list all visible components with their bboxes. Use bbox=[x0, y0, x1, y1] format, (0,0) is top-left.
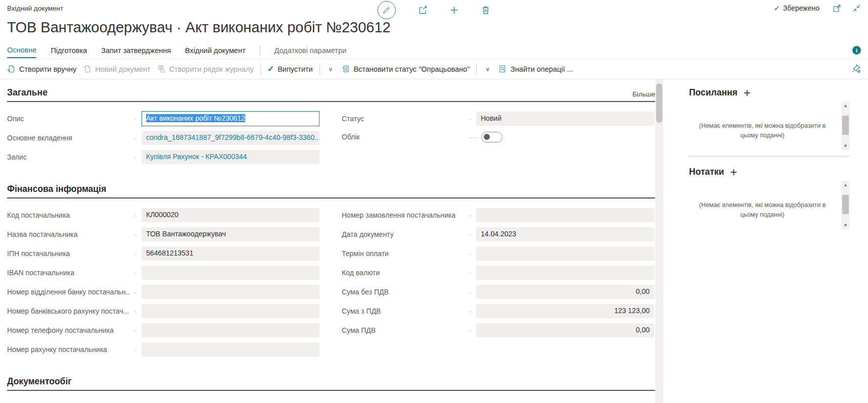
action-bar: Створити вручну Новий документ Створити … bbox=[0, 59, 868, 79]
scrollbar-thumb[interactable] bbox=[656, 83, 662, 123]
record-link[interactable]: Купівля Рахунок - КРАХ000344 bbox=[142, 150, 319, 164]
dotted-leader bbox=[469, 292, 471, 293]
open-in-new-window-icon[interactable] bbox=[833, 4, 841, 13]
find-entries-button[interactable]: Знайти операції ... bbox=[498, 65, 573, 73]
info-icon[interactable]: i bbox=[852, 46, 861, 55]
posting-toggle[interactable] bbox=[481, 132, 502, 142]
vendor-vat-value[interactable]: 564681213531 bbox=[142, 246, 319, 261]
tab-preparation[interactable]: Підготовка bbox=[51, 43, 87, 58]
vendor-code-value[interactable]: КЛ000020 bbox=[142, 208, 319, 222]
dotted-leader bbox=[134, 292, 136, 293]
due-date-value[interactable] bbox=[476, 246, 654, 261]
field-amount-excl-vat: Сума без ПДВ 0,00 bbox=[342, 282, 654, 301]
section-finance: Фінансова інформація Код постачальника К… bbox=[7, 184, 655, 359]
dotted-leader bbox=[469, 273, 471, 274]
field-posting-toggle: Облік bbox=[342, 128, 654, 145]
unpin-actionbar-icon[interactable] bbox=[851, 64, 861, 75]
tab-bar: Основне Підготовка Запит затвердження Вх… bbox=[0, 42, 868, 59]
set-status-dropdown-chevron-icon[interactable]: ∨ bbox=[483, 66, 492, 73]
scroll-up-icon[interactable]: ▲ bbox=[843, 102, 848, 110]
saved-label: Збережено bbox=[783, 4, 819, 12]
scrollbar-thumb[interactable] bbox=[842, 195, 849, 214]
status-value: Новий bbox=[476, 112, 654, 126]
tab-approval-request[interactable]: Запит затвердження bbox=[101, 43, 171, 58]
page-actions: + bbox=[377, 1, 490, 19]
set-status-icon bbox=[341, 65, 350, 73]
scroll-down-icon[interactable]: ▼ bbox=[843, 142, 848, 150]
field-vendor-phone: Номер телефону постачальника bbox=[7, 321, 319, 340]
actionbar-divider bbox=[476, 64, 477, 75]
dotted-leader bbox=[134, 158, 136, 158]
field-status: Статус Новий bbox=[342, 109, 654, 128]
top-bar: Вхідний документ + ✓ Збережено bbox=[0, 0, 868, 16]
dotted-leader bbox=[134, 331, 136, 331]
add-link-icon[interactable]: + bbox=[744, 88, 751, 97]
share-icon[interactable] bbox=[418, 5, 428, 15]
amount-excl-vat-value[interactable]: 0,00 bbox=[476, 285, 654, 299]
scroll-down-icon[interactable]: ▼ bbox=[843, 221, 848, 229]
release-dropdown-chevron-icon[interactable]: ∨ bbox=[327, 66, 335, 73]
dotted-leader bbox=[469, 312, 471, 312]
vendor-order-no-value[interactable] bbox=[476, 208, 654, 222]
main-panel: Загальне Більше Опис Акт виконаних робіт… bbox=[0, 79, 655, 403]
vendor-account-no-value[interactable] bbox=[142, 342, 319, 357]
field-vendor-code: Код постачальника КЛ000020 bbox=[7, 206, 319, 225]
create-manually-icon bbox=[7, 65, 16, 73]
release-button[interactable]: ✓ Випустити bbox=[267, 64, 313, 74]
dotted-leader bbox=[469, 119, 471, 120]
links-empty-message: (Немає елементів, які можна відобразити … bbox=[689, 121, 836, 141]
tab-incoming-document[interactable]: Вхідний документ bbox=[185, 43, 245, 58]
tab-general[interactable]: Основне bbox=[7, 42, 36, 58]
field-vendor-vat: ІПН постачальника 564681213531 bbox=[7, 244, 319, 263]
edit-pencil-icon[interactable] bbox=[377, 1, 395, 19]
vendor-bank-account-value[interactable] bbox=[142, 304, 319, 318]
dotted-leader bbox=[469, 235, 471, 235]
dotted-leader bbox=[134, 216, 136, 216]
links-factbox: Посилання + (Немає елементів, які можна … bbox=[689, 87, 850, 147]
field-record: Запис Купівля Рахунок - КРАХ000344 bbox=[7, 147, 319, 167]
set-status-button[interactable]: Встановити статус "Опрацьовано" bbox=[341, 65, 470, 73]
new-document-button[interactable]: Новий документ bbox=[83, 65, 150, 73]
create-manually-button[interactable]: Створити вручну bbox=[7, 65, 76, 73]
delete-trash-icon[interactable] bbox=[481, 5, 491, 15]
dotted-leader bbox=[469, 254, 471, 255]
description-input[interactable]: Акт виконаних робіт №230612 bbox=[142, 111, 319, 126]
collapse-view-icon[interactable] bbox=[852, 4, 861, 13]
notes-scrollbar[interactable]: ▲ ▼ bbox=[841, 181, 850, 229]
add-note-icon[interactable]: + bbox=[730, 168, 737, 177]
currency-code-value[interactable] bbox=[476, 266, 654, 280]
vendor-bank-branch-value[interactable] bbox=[142, 285, 319, 299]
notes-factbox: Нотатки + (Немає елементів, які можна ві… bbox=[689, 167, 850, 226]
notes-title: Нотатки bbox=[689, 167, 724, 177]
field-amount-incl-vat: Сума з ПДВ 123 123,00 bbox=[342, 301, 654, 321]
document-date-value[interactable]: 14.04.2023 bbox=[476, 227, 654, 241]
links-scrollbar[interactable]: ▲ ▼ bbox=[841, 102, 850, 150]
field-main-attachment: Основне вкладення condra_1687341887_9f72… bbox=[7, 128, 319, 147]
vendor-phone-value[interactable] bbox=[142, 323, 319, 337]
dotted-leader bbox=[134, 138, 136, 139]
content-region: Загальне Більше Опис Акт виконаних робіт… bbox=[0, 79, 868, 403]
field-vat-amount: Сума ПДВ 0,00 bbox=[342, 321, 654, 340]
topbar-right: ✓ Збережено bbox=[774, 4, 861, 13]
finance-section-title: Фінансова інформація bbox=[7, 184, 106, 194]
field-vendor-order-no: Номер замовлення постачальника bbox=[342, 206, 654, 225]
main-scrollbar[interactable] bbox=[655, 79, 663, 403]
main-attachment-link[interactable]: condra_1687341887_9f7299b8-6679-4c40-98f… bbox=[142, 131, 319, 145]
vendor-name-value[interactable]: ТОВ Вантажоодержувач bbox=[142, 227, 319, 241]
field-vendor-account-no: Номер рахунку постачальника bbox=[7, 340, 319, 359]
window-icons bbox=[833, 4, 861, 13]
page-title: ТОВ Вантажоодержувач · Акт виконаних роб… bbox=[0, 16, 868, 42]
amount-incl-vat-value[interactable]: 123 123,00 bbox=[476, 304, 654, 318]
new-record-icon[interactable]: + bbox=[450, 5, 458, 15]
release-check-icon: ✓ bbox=[267, 64, 274, 74]
links-title: Посилання bbox=[689, 87, 738, 98]
field-currency-code: Код валюти bbox=[342, 263, 654, 282]
tab-more-options[interactable]: Додаткові параметри bbox=[275, 43, 347, 58]
show-more-link[interactable]: Більше bbox=[632, 90, 655, 98]
scrollbar-thumb[interactable] bbox=[842, 116, 849, 135]
scroll-up-icon[interactable]: ▲ bbox=[843, 181, 848, 189]
factbox-divider bbox=[689, 156, 850, 157]
vendor-iban-value[interactable] bbox=[142, 266, 319, 280]
create-journal-line-button[interactable]: Створити рядок журналу bbox=[157, 65, 254, 73]
vat-amount-value[interactable]: 0,00 bbox=[476, 323, 654, 337]
